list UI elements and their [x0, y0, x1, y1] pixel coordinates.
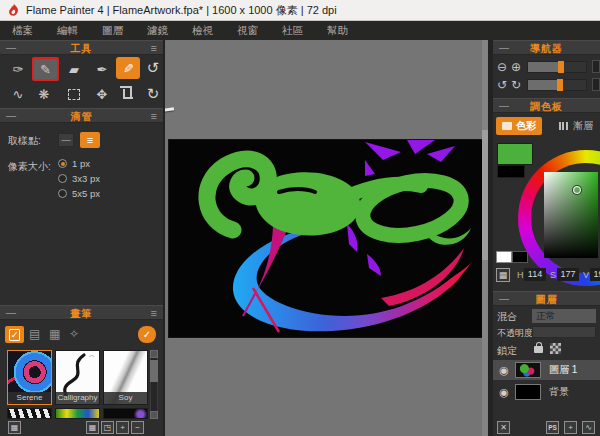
tool-pattern[interactable]: ❋ — [32, 83, 56, 105]
plus-icon: + — [568, 423, 573, 432]
radio-size-5x5[interactable]: 5x5 px — [58, 188, 100, 199]
brush-add-button[interactable]: + — [116, 421, 129, 434]
radio-size-3x3[interactable]: 3x3 px — [58, 173, 100, 184]
rotate-value-box — [592, 78, 600, 91]
marker-icon: ✒ — [97, 62, 108, 77]
panel-menu-icon[interactable]: ≡ — [151, 42, 157, 54]
tool-select[interactable] — [62, 83, 86, 105]
eye-icon[interactable]: ◉ — [497, 364, 511, 377]
canvas[interactable] — [168, 139, 485, 338]
layers-panel-header: — 圖層 — [493, 291, 600, 306]
radio-dot — [58, 174, 67, 183]
brush-tile-partial-3[interactable] — [103, 408, 148, 419]
brush-cursor — [165, 107, 174, 112]
layer-curve-button[interactable]: ∿ — [582, 421, 595, 434]
brush-grid-view-button[interactable]: ▦ — [8, 421, 21, 434]
brush-export-button[interactable]: ◳ — [101, 421, 114, 434]
undo-button[interactable]: ↺ — [141, 57, 165, 79]
saturation-value-square[interactable] — [544, 172, 598, 258]
eyedropper-panel-title: 滴管 — [0, 110, 163, 124]
tool-eyedropper-active[interactable]: ✎ — [116, 57, 140, 79]
black-swatch[interactable] — [512, 251, 528, 263]
palette-grid-button[interactable]: ▦ — [496, 268, 510, 282]
layers-panel-title: 圖層 — [493, 293, 600, 307]
white-swatch[interactable] — [496, 251, 512, 263]
sample-list-button[interactable]: ≡ — [80, 132, 100, 148]
menu-item-layer[interactable]: 圖層 — [90, 21, 135, 40]
brush-filter-grid-icon[interactable]: ▦ — [49, 327, 60, 341]
slider-handle[interactable] — [557, 79, 563, 91]
brush-small-grid-button[interactable]: ▦ — [86, 421, 99, 434]
menu-item-filter[interactable]: 濾鏡 — [135, 21, 180, 40]
zoom-slider[interactable] — [527, 61, 587, 73]
brush-tile-calligraphy[interactable]: Calligraphy — [55, 350, 100, 405]
tool-marker[interactable]: ✒ — [90, 58, 114, 80]
menu-item-view[interactable]: 檢視 — [180, 21, 225, 40]
blend-label: 混合 — [497, 310, 517, 324]
tool-flame-brush[interactable]: ✑ — [6, 58, 30, 80]
brush-filter-checked-button[interactable]: ✓ — [5, 326, 24, 343]
brush-tile-label: Soy — [104, 392, 147, 404]
lock-alpha-icon[interactable] — [550, 343, 561, 354]
brush-tile-soy[interactable]: Soy — [103, 350, 148, 405]
layer-ps-import-button[interactable]: PS — [546, 421, 559, 434]
layer-add-button[interactable]: + — [564, 421, 577, 434]
menu-item-community[interactable]: 社區 — [270, 21, 315, 40]
value-value[interactable]: 197 — [590, 268, 600, 281]
menu-item-edit[interactable]: 編輯 — [45, 21, 90, 40]
opacity-slider[interactable] — [532, 326, 596, 338]
brush-filter-all-button[interactable]: ✓ — [138, 326, 156, 343]
layer-row-1[interactable]: ◉ 圖層 1 — [493, 360, 600, 380]
eraser-icon: ▰ — [69, 62, 79, 77]
saturation-value[interactable]: 177 — [557, 268, 579, 281]
panel-menu-icon[interactable]: ≡ — [151, 307, 157, 319]
tool-crop[interactable] — [116, 83, 140, 105]
layer-row-background[interactable]: ◉ 背景 — [493, 382, 600, 402]
color-selector-dot[interactable] — [573, 186, 581, 194]
tool-transform[interactable]: ✥ — [90, 83, 114, 105]
rotate-slider[interactable] — [527, 79, 587, 91]
tab-color[interactable]: 色彩 — [496, 117, 542, 135]
hue-value[interactable]: 114 — [524, 268, 546, 281]
brush-filter-lines-icon[interactable]: ▤ — [29, 327, 40, 341]
layer-delete-button[interactable]: ✕ — [497, 421, 510, 434]
window-title: Flame Painter 4 | FlameArtwork.fpa* | 16… — [26, 3, 337, 18]
radio-size-1px[interactable]: 1 px — [58, 158, 90, 169]
radio-dot — [58, 189, 67, 198]
rotate-cw-icon[interactable]: ↻ — [511, 78, 521, 92]
secondary-color-swatch[interactable] — [497, 165, 525, 178]
tool-wave[interactable]: ∿ — [6, 83, 30, 105]
minus-icon: − — [135, 423, 140, 432]
panel-menu-icon[interactable]: ≡ — [151, 110, 157, 122]
redo-button[interactable]: ↻ — [141, 83, 165, 105]
scroll-down-button[interactable] — [150, 411, 158, 419]
brush-tile-serene[interactable]: Serene — [7, 350, 52, 405]
slider-handle[interactable] — [558, 61, 564, 73]
lock-icon[interactable] — [534, 346, 543, 353]
zoom-out-icon[interactable]: ⊖ — [497, 60, 507, 74]
tool-pencil-annotated[interactable]: ✎ — [32, 57, 59, 81]
zoom-in-icon[interactable]: ⊕ — [511, 60, 521, 74]
sample-point-label: 取樣點: — [8, 134, 41, 148]
brush-filter-sparkle-icon[interactable]: ✧ — [69, 327, 79, 341]
menu-item-file[interactable]: 檔案 — [0, 21, 45, 40]
scroll-thumb[interactable] — [150, 360, 158, 382]
brush-tile-partial-1[interactable] — [7, 408, 52, 419]
rotate-ccw-icon[interactable]: ↺ — [497, 78, 507, 92]
sample-single-button[interactable]: — — [58, 133, 74, 147]
tool-eraser[interactable]: ▰ — [62, 58, 86, 80]
radio-dot — [58, 159, 67, 168]
scroll-up-button[interactable] — [150, 350, 158, 358]
eye-icon[interactable]: ◉ — [497, 386, 511, 399]
primary-color-swatch[interactable] — [497, 143, 533, 165]
check-icon: ✓ — [9, 329, 21, 341]
palette-panel-header: — 調色板 — [493, 98, 600, 113]
navigator-panel-header: — 導航器 — [493, 40, 600, 55]
tab-gradient[interactable]: 漸層 — [553, 117, 599, 135]
brush-tile-partial-2[interactable] — [55, 408, 100, 419]
blend-mode-dropdown[interactable]: 正常 — [532, 309, 596, 323]
menu-item-window[interactable]: 視窗 — [225, 21, 270, 40]
palette-panel-title: 調色板 — [493, 100, 600, 114]
menu-item-help[interactable]: 幫助 — [315, 21, 360, 40]
brush-remove-button[interactable]: − — [131, 421, 144, 434]
